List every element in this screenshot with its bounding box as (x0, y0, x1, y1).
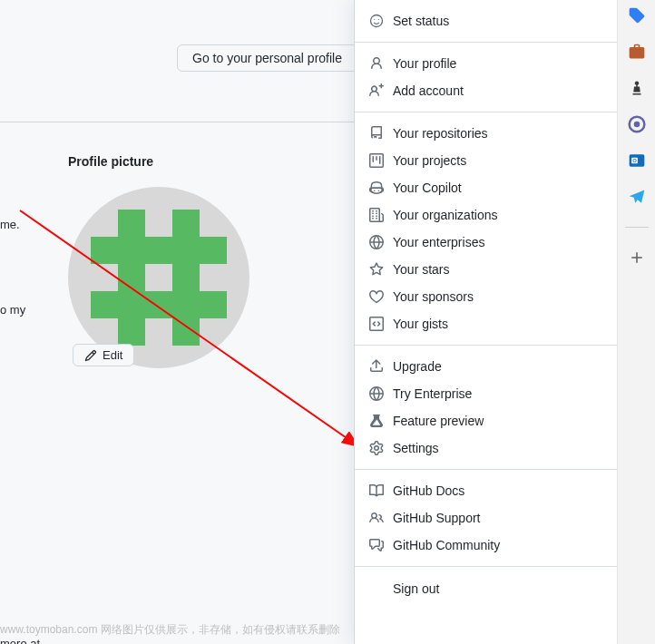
copilot-icon (369, 181, 384, 195)
menu-label: Your sponsors (393, 289, 474, 304)
menu-label: Add account (393, 83, 464, 98)
project-icon (369, 153, 384, 168)
menu-label: Your repositories (393, 126, 488, 141)
office-icon[interactable] (627, 114, 647, 134)
repo-icon (369, 126, 384, 141)
person-add-icon (369, 83, 384, 98)
svg-point-2 (371, 15, 383, 27)
menu-label: Set status (393, 14, 449, 28)
svg-point-3 (374, 19, 375, 20)
menu-divider (355, 566, 617, 567)
beaker-icon (369, 414, 384, 428)
menu-sign-out[interactable]: Sign out (355, 574, 617, 603)
smiley-icon (369, 14, 384, 28)
menu-label: Settings (393, 441, 439, 455)
book-icon (369, 483, 384, 498)
menu-label: GitHub Community (393, 538, 500, 552)
plus-icon[interactable] (627, 248, 647, 268)
globe-icon (369, 386, 384, 401)
tag-icon[interactable] (627, 5, 647, 25)
identicon (91, 210, 227, 346)
menu-label: GitHub Docs (393, 483, 464, 498)
cropped-text-moreat: more at (0, 637, 40, 644)
menu-divider (355, 42, 617, 43)
edit-label: Edit (103, 348, 122, 362)
user-dropdown-menu: Set status Your profile Add account Your… (354, 0, 617, 644)
chess-icon[interactable] (627, 78, 647, 98)
menu-your-sponsors[interactable]: Your sponsors (355, 283, 617, 310)
cropped-text-omy: o my (0, 303, 25, 317)
menu-divider (355, 112, 617, 112)
code-square-icon (369, 317, 384, 331)
gear-icon (369, 441, 384, 455)
menu-label: Your organizations (393, 208, 497, 222)
menu-your-enterprises[interactable]: Your enterprises (355, 229, 617, 256)
organization-icon (369, 208, 384, 222)
menu-github-support[interactable]: GitHub Support (355, 504, 617, 532)
menu-github-community[interactable]: GitHub Community (355, 532, 617, 559)
telegram-icon[interactable] (627, 187, 647, 207)
avatar-image (68, 187, 249, 368)
divider (0, 122, 354, 122)
profile-picture-title: Profile picture (68, 154, 249, 169)
menu-label: Upgrade (393, 359, 442, 374)
menu-label: Your profile (393, 56, 456, 71)
menu-label: GitHub Support (393, 511, 481, 525)
comment-discussion-icon (369, 538, 384, 552)
go-to-profile-button[interactable]: Go to your personal profile (177, 44, 357, 72)
menu-your-repositories[interactable]: Your repositories (355, 120, 617, 147)
profile-picture-section: Profile picture Edit (68, 154, 249, 368)
menu-settings[interactable]: Settings (355, 434, 617, 462)
menu-feature-preview[interactable]: Feature preview (355, 407, 617, 434)
outlook-icon[interactable]: O (627, 151, 647, 171)
menu-github-docs[interactable]: GitHub Docs (355, 477, 617, 504)
svg-text:O: O (632, 158, 637, 163)
menu-your-copilot[interactable]: Your Copilot (355, 174, 617, 201)
menu-set-status[interactable]: Set status (355, 7, 617, 34)
person-icon (369, 56, 384, 71)
menu-label: Feature preview (393, 414, 484, 428)
globe-icon (369, 235, 384, 249)
menu-label: Your gists (393, 317, 448, 331)
menu-label: Your projects (393, 153, 466, 168)
menu-divider (355, 469, 617, 470)
menu-label: Your enterprises (393, 235, 484, 249)
browser-sidebar: O (617, 0, 655, 644)
svg-point-6 (633, 122, 640, 128)
menu-divider (355, 345, 617, 346)
avatar-container: Edit (68, 187, 249, 368)
menu-your-gists[interactable]: Your gists (355, 310, 617, 337)
cropped-text-me: me. (0, 218, 20, 231)
menu-try-enterprise[interactable]: Try Enterprise (355, 380, 617, 407)
menu-your-profile[interactable]: Your profile (355, 50, 617, 77)
menu-label: Your Copilot (393, 181, 462, 195)
briefcase-icon[interactable] (627, 42, 647, 62)
people-icon (369, 511, 384, 525)
menu-label: Try Enterprise (393, 386, 472, 401)
heart-icon (369, 289, 384, 304)
menu-add-account[interactable]: Add account (355, 77, 617, 104)
pencil-icon (84, 349, 97, 362)
svg-point-4 (378, 19, 379, 20)
edit-avatar-button[interactable]: Edit (73, 344, 134, 366)
watermark-text: www.toymoban.com 网络图片仅供展示，非存储，如有侵权请联系删除 (0, 622, 340, 638)
menu-label: Your stars (393, 262, 450, 277)
sidebar-divider (625, 227, 649, 228)
menu-your-projects[interactable]: Your projects (355, 147, 617, 174)
menu-your-stars[interactable]: Your stars (355, 256, 617, 283)
menu-your-organizations[interactable]: Your organizations (355, 201, 617, 229)
upload-icon (369, 359, 384, 374)
star-icon (369, 262, 384, 277)
menu-upgrade[interactable]: Upgrade (355, 353, 617, 380)
